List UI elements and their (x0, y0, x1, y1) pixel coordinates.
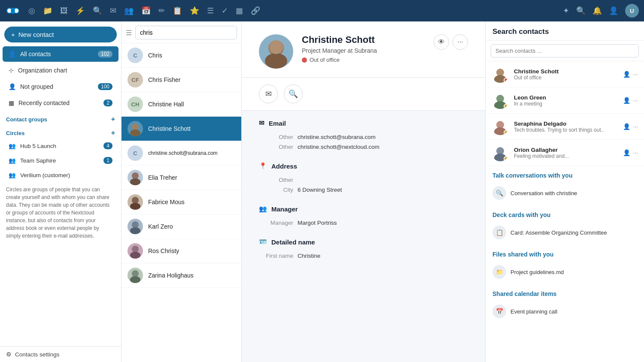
nav-icon-search[interactable]: 🔍 (93, 6, 102, 15)
list-item[interactable]: Fabrice Mous (122, 190, 241, 214)
org-chart-icon: ⊹ (9, 67, 14, 74)
svg-point-15 (130, 252, 140, 259)
sidebar-item-all-contacts[interactable]: 👤 All contacts 102 (3, 46, 118, 62)
list-item[interactable]: C Chris (122, 43, 241, 68)
user-avatar[interactable]: U (625, 4, 639, 18)
settings-icon: ⚙ (6, 351, 12, 358)
calendar-section: Shared calendar items 📅 Event planning c… (486, 284, 644, 324)
nav-icon-notifications[interactable]: 🔔 (592, 6, 602, 15)
svg-point-19 (265, 53, 287, 69)
contact-details: ✉ Email Other christine.schott@subrana.c… (242, 111, 485, 280)
search-contact-button[interactable]: 🔍 (284, 84, 303, 103)
svg-point-11 (130, 203, 140, 210)
contact-result-actions: 👤 ··· (623, 97, 638, 104)
nav-icon-tasks[interactable]: ☰ (207, 6, 214, 15)
sidebar-item-verilium[interactable]: 👥 Verilium (customer) (3, 168, 118, 182)
manager-section-icon: 👥 (259, 205, 267, 213)
nav-icon-calendar[interactable]: 📅 (141, 6, 151, 15)
nav-icon-table[interactable]: ▦ (236, 6, 243, 15)
contact-result-avatar (492, 118, 509, 135)
nextcloud-logo[interactable] (5, 3, 21, 18)
list-item-christine-schott[interactable]: Christine Schott (122, 117, 241, 141)
manager-section: 👥 Manager Manager Margot Portriss (259, 205, 468, 228)
status-dot (302, 57, 307, 63)
detail-row: Manager Margot Portriss (259, 218, 468, 228)
contact-result-info: Christine Schott Out of office (514, 68, 618, 81)
nav-icon-notes[interactable]: ✏ (158, 6, 165, 15)
deck-card-item[interactable]: 📋 Card: Assemble Organizing Committee (492, 223, 637, 242)
list-item[interactable]: CH Christine Hall (122, 92, 241, 117)
contact-result-item[interactable]: Christine Schott Out of office 👤 ··· (486, 61, 644, 87)
more-icon[interactable]: ··· (633, 123, 638, 130)
sidebar-item-org-chart[interactable]: ⊹ Organization chart (3, 63, 118, 78)
nav-icon-search-right[interactable]: 🔍 (576, 6, 586, 15)
nav-icon-files[interactable]: ◎ (28, 6, 35, 15)
hub5-icon: 👥 (9, 142, 16, 149)
new-contact-button[interactable]: + New contact (4, 27, 117, 42)
add-contact-icon[interactable]: 👤 (623, 149, 630, 156)
search-contacts-input-wrap (486, 41, 644, 61)
file-item[interactable]: 📁 Project guidelines.md (492, 262, 637, 282)
sidebar-item-not-grouped[interactable]: 👤 Not grouped 100 (3, 79, 118, 94)
contact-result-avatar (492, 66, 509, 83)
add-contact-group-button[interactable]: + (111, 115, 115, 123)
search-contacts-input[interactable] (491, 44, 639, 57)
nav-icon-checkmark[interactable]: ✓ (222, 6, 228, 15)
deck-section: Deck cards with you 📋 Card: Assemble Org… (486, 205, 644, 245)
hamburger-icon[interactable]: ☰ (126, 29, 132, 37)
list-item[interactable]: Zarina Holighaus (122, 263, 241, 288)
contact-search-input[interactable] (135, 26, 237, 39)
sidebar: + New contact 👤 All contacts 102 ⊹ Organ… (0, 21, 122, 362)
detail-row: Other (259, 175, 468, 185)
nav-icon-activity[interactable]: ⚡ (76, 6, 85, 15)
sidebar-item-recently-contacted[interactable]: ▦ Recently contacted 2 (3, 95, 118, 111)
nav-icon-folder[interactable]: 📁 (43, 6, 52, 15)
nav-icon-user-status[interactable]: 👤 (609, 6, 618, 15)
contact-result-actions: 👤 ··· (623, 71, 638, 78)
search-input-wrap: ☰ (122, 21, 241, 43)
list-item[interactable]: Ros Christy (122, 239, 241, 263)
contact-result-item[interactable]: Seraphina Delgado Tech troubles. Trying … (486, 114, 644, 140)
add-contact-icon[interactable]: 👤 (623, 97, 630, 104)
all-contacts-badge: 102 (98, 51, 112, 57)
list-item[interactable]: CF Chris Fisher (122, 68, 241, 92)
contact-result-avatar (492, 92, 509, 109)
files-section: Files shared with you 📁 Project guidelin… (486, 245, 644, 284)
list-item[interactable]: C christine.schott@subrana.com (122, 141, 241, 166)
more-icon[interactable]: ··· (633, 71, 638, 78)
nav-icon-link[interactable]: 🔗 (251, 6, 260, 15)
contact-result-item[interactable]: Leon Green In a meeting 👤 ··· (486, 87, 644, 114)
list-item[interactable]: Karl Zero (122, 214, 241, 239)
svg-point-10 (132, 197, 139, 204)
nav-icon-mail[interactable]: ✉ (110, 6, 116, 15)
contacts-settings-button[interactable]: ⚙ Contacts settings (0, 346, 121, 362)
calendar-item[interactable]: 📅 Event planning call (492, 302, 637, 321)
more-icon[interactable]: ··· (633, 149, 638, 156)
sidebar-item-hub5[interactable]: 👥 Hub 5 Launch 4 (3, 139, 118, 153)
status-indicator-busy (504, 156, 509, 161)
nav-icon-ai[interactable]: ✦ (563, 6, 569, 15)
list-item[interactable]: Elia Treher (122, 166, 241, 190)
recently-contacted-icon: ▦ (9, 100, 14, 106)
toggle-visibility-button[interactable]: 👁 (434, 34, 449, 50)
more-icon[interactable]: ··· (633, 97, 638, 104)
contact-avatar-christine (128, 121, 143, 136)
add-contact-icon[interactable]: 👤 (623, 123, 630, 130)
nav-icon-photos[interactable]: 🖼 (60, 6, 68, 15)
contact-avatar (128, 194, 143, 210)
send-email-button[interactable]: ✉ (259, 84, 278, 103)
all-contacts-icon: 👤 (9, 51, 16, 57)
more-options-button[interactable]: ··· (453, 34, 468, 50)
nav-icon-bookmarks[interactable]: ⭐ (190, 6, 199, 15)
contact-result-item[interactable]: Orion Gallagher Feeling motivated and...… (486, 140, 644, 166)
sidebar-item-team-saphire[interactable]: 👥 Team Saphire 1 (3, 154, 118, 167)
add-contact-icon[interactable]: 👤 (623, 71, 630, 78)
nav-icon-contacts[interactable]: 👥 (124, 6, 134, 15)
add-circle-button[interactable]: + (111, 129, 115, 137)
nav-icon-deck[interactable]: 📋 (173, 6, 182, 15)
contact-avatar: CH (128, 97, 143, 112)
talk-conversation-item[interactable]: 🔍 Conversation with christine (492, 183, 637, 203)
svg-point-8 (132, 172, 139, 179)
detailed-name-section: 🪪 Detailed name First name Christine (259, 238, 468, 261)
svg-point-20 (269, 40, 283, 54)
